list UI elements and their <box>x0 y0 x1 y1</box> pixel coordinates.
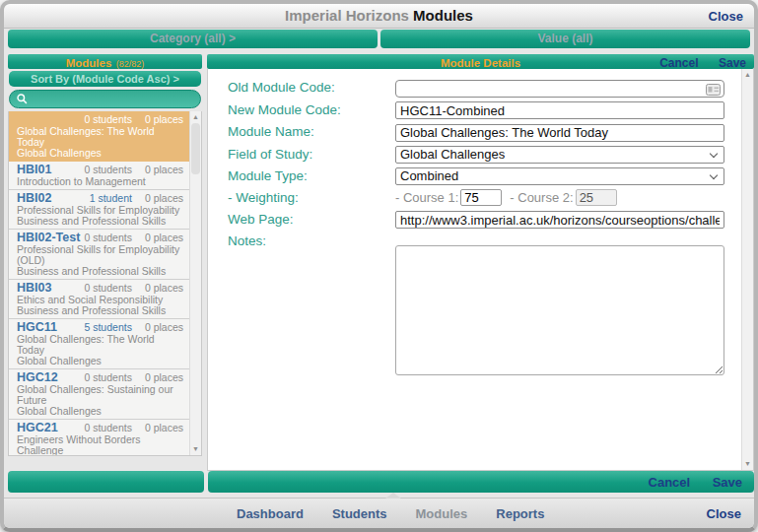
new-module-code-input[interactable] <box>395 101 724 119</box>
module-name: Professional Skills for Employability (O… <box>17 244 183 266</box>
course2-label: - Course 2: <box>510 190 573 205</box>
page-title: Imperial Horizons Modules <box>4 7 754 24</box>
module-form: Old Module Code: <box>208 69 740 470</box>
course1-weight-input[interactable] <box>460 189 502 206</box>
chevron-down-icon <box>710 170 718 178</box>
save-button[interactable]: Save <box>719 56 746 70</box>
course1-label: - Course 1: <box>395 190 458 205</box>
nav-reports[interactable]: Reports <box>496 506 544 521</box>
module-search-box[interactable] <box>9 90 201 108</box>
module-name: Global Challenges: The World Today <box>17 126 183 148</box>
module-category: Global Challenges <box>17 148 183 159</box>
module-places-count: 0 places <box>145 164 183 176</box>
module-list-item[interactable]: 0 students0 placesGlobal Challenges: The… <box>9 111 189 162</box>
module-category: Global Challenges <box>17 406 183 417</box>
app-window: Imperial Horizons Modules Close Category… <box>0 0 758 532</box>
web-page-label: Web Page: <box>228 211 395 229</box>
nav-students[interactable]: Students <box>332 506 387 521</box>
notes-textarea[interactable] <box>395 245 724 375</box>
field-of-study-label: Field of Study: <box>228 146 395 164</box>
module-list-item[interactable]: HBI02-Test0 students0 placesProfessional… <box>9 230 189 280</box>
weighting-label: - Weighting: <box>228 189 395 207</box>
course2-weight-input[interactable] <box>576 189 617 206</box>
close-button[interactable]: Close <box>709 9 743 24</box>
scroll-up-icon[interactable]: ▲ <box>742 70 753 80</box>
scrollbar-thumb[interactable] <box>191 123 200 174</box>
chevron-down-icon <box>710 149 718 157</box>
footer-bar: Dashboard Students Modules Reports Close <box>4 498 754 528</box>
page-name: Modules <box>413 7 473 24</box>
module-name-label: Module Name: <box>228 123 395 141</box>
details-bottom-bar: Cancel Save <box>208 471 754 493</box>
module-list-container: 0 students0 placesGlobal Challenges: The… <box>8 111 202 456</box>
old-module-code-label: Old Module Code: <box>228 79 395 97</box>
module-list-item[interactable]: HGC210 students0 placesEngineers Without… <box>9 420 189 455</box>
module-list-item[interactable]: HBI021 student0 placesProfessional Skill… <box>9 190 189 230</box>
module-name: Global Challenges: The World Today <box>17 334 183 356</box>
module-type-value: Combined <box>400 168 458 183</box>
module-name: Introduction to Management <box>17 176 183 187</box>
module-name: Global Challenges: Sustaining our Future <box>17 384 183 406</box>
modules-count-badge: (82/82) <box>116 59 145 69</box>
new-module-code-label: New Module Code: <box>228 101 395 119</box>
module-type-select[interactable]: Combined <box>395 167 724 185</box>
cancel-button[interactable]: Cancel <box>659 56 698 70</box>
code-picker-icon[interactable] <box>706 82 721 100</box>
search-input[interactable] <box>33 92 194 106</box>
nav-dashboard[interactable]: Dashboard <box>237 506 304 521</box>
module-list-scrollbar[interactable]: ▲ ▼ <box>189 111 201 455</box>
module-name-input[interactable] <box>395 124 724 142</box>
cancel-button-bottom[interactable]: Cancel <box>649 475 691 490</box>
scroll-down-icon[interactable]: ▼ <box>190 444 201 454</box>
module-list-item[interactable]: HGC120 students0 placesGlobal Challenges… <box>9 369 189 420</box>
sort-by-button[interactable]: Sort By (Module Code Asc) > <box>9 71 201 87</box>
scroll-down-icon[interactable]: ▼ <box>742 459 753 469</box>
module-category: Global Challenges <box>17 356 183 366</box>
search-icon <box>16 93 29 105</box>
module-category: Business and Professional Skills <box>17 266 183 277</box>
module-category: Business and Professional Skills <box>17 216 183 227</box>
modules-bottom-bar <box>8 471 204 493</box>
module-type-label: Module Type: <box>228 167 395 185</box>
nav-modules[interactable]: Modules <box>416 506 468 521</box>
module-places-count: 0 places <box>145 422 183 434</box>
old-module-code-input[interactable] <box>395 80 724 98</box>
details-panel-header: Module Details Cancel Save <box>207 54 754 69</box>
modules-panel: Modules (82/82) Sort By (Module Code Asc… <box>8 54 202 456</box>
module-details-panel: Module Details Cancel Save Old Module Co… <box>207 54 754 471</box>
footer-nav: Dashboard Students Modules Reports <box>237 506 544 521</box>
field-of-study-select[interactable]: Global Challenges <box>395 146 724 164</box>
module-list: 0 students0 placesGlobal Challenges: The… <box>9 111 189 455</box>
web-page-input[interactable] <box>395 211 724 229</box>
field-of-study-value: Global Challenges <box>400 147 505 162</box>
app-name: Imperial Horizons <box>285 7 409 24</box>
details-scrollbar[interactable]: ▲ ▼ <box>741 69 753 470</box>
category-filter-button[interactable]: Category (all) > <box>8 30 378 48</box>
module-name: Engineers Without Borders Challenge <box>17 434 183 455</box>
footer-close-button[interactable]: Close <box>707 506 741 521</box>
save-button-bottom[interactable]: Save <box>713 475 742 490</box>
details-header-label: Module Details <box>441 57 520 69</box>
module-list-item[interactable]: HBI030 students0 placesEthics and Social… <box>9 280 189 319</box>
notes-label: Notes: <box>228 233 395 250</box>
active-tab-pointer-icon <box>385 493 401 499</box>
modules-header-label: Modules <box>66 57 112 69</box>
details-form-area: Old Module Code: <box>207 69 754 471</box>
title-bar: Imperial Horizons Modules Close <box>4 4 754 29</box>
module-list-item[interactable]: HBI010 students0 placesIntroduction to M… <box>9 162 189 190</box>
modules-panel-header: Modules (82/82) <box>8 54 202 69</box>
value-filter-button[interactable]: Value (all) <box>380 30 750 48</box>
module-category: Business and Professional Skills <box>17 305 183 316</box>
scroll-up-icon[interactable]: ▲ <box>190 112 201 122</box>
module-list-item[interactable]: HGC115 students0 placesGlobal Challenges… <box>9 319 189 369</box>
